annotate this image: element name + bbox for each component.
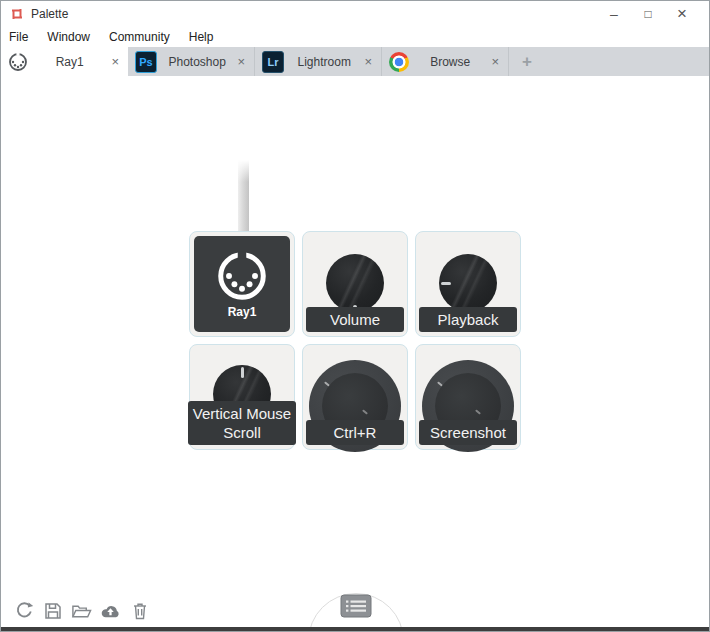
window-title: Palette xyxy=(31,7,68,21)
tab-browse-label: Browse xyxy=(409,55,491,69)
menu-community[interactable]: Community xyxy=(109,30,170,44)
core-module-label: Ray1 xyxy=(228,305,257,319)
module-list-icon[interactable] xyxy=(340,594,372,622)
palette-window: Palette – □ × File Window Community Help xyxy=(0,0,710,632)
module-label: Volume xyxy=(306,307,404,332)
photoshop-icon: Ps xyxy=(135,51,157,73)
module-button-screenshot[interactable]: Screenshot xyxy=(415,344,521,450)
tab-browse-close-icon[interactable]: × xyxy=(491,55,499,68)
menu-help[interactable]: Help xyxy=(189,30,214,44)
tab-ray1-close-icon[interactable]: × xyxy=(111,55,119,68)
module-core-ray1[interactable]: Ray1 xyxy=(189,231,295,337)
tab-lightroom-close-icon[interactable]: × xyxy=(364,55,372,68)
add-tab-icon[interactable]: + xyxy=(509,47,545,76)
maximize-icon[interactable]: □ xyxy=(631,7,665,21)
lightroom-icon: Lr xyxy=(262,51,284,73)
module-cable xyxy=(238,160,249,232)
dial-knob[interactable] xyxy=(326,254,384,312)
module-label: Screenshot xyxy=(419,420,517,445)
bottom-toolbar xyxy=(13,600,150,621)
core-module-face: Ray1 xyxy=(194,236,290,332)
module-grid: Ray1 Volume Playback Vertical Mouse Scro… xyxy=(189,231,521,450)
close-icon[interactable]: × xyxy=(665,4,699,24)
title-bar: Palette – □ × xyxy=(1,1,709,27)
refresh-icon[interactable] xyxy=(13,600,34,621)
open-file-icon[interactable] xyxy=(71,600,92,621)
tab-photoshop-label: Photoshop xyxy=(157,55,237,69)
palette-app-icon xyxy=(10,7,24,21)
menu-file[interactable]: File xyxy=(9,30,28,44)
cloud-upload-icon[interactable] xyxy=(100,600,121,621)
tab-ray1-label: Ray1 xyxy=(28,55,111,69)
tab-lightroom[interactable]: Lr Lightroom × xyxy=(255,47,382,76)
module-dial-volume[interactable]: Volume xyxy=(302,231,408,337)
menu-bar: File Window Community Help xyxy=(1,27,709,47)
save-icon[interactable] xyxy=(42,600,63,621)
bottom-border-bar xyxy=(1,627,709,631)
tab-browse[interactable]: Browse × xyxy=(382,47,509,76)
window-controls: – □ × xyxy=(597,1,709,27)
dial-knob[interactable] xyxy=(439,254,497,312)
module-label: Ctrl+R xyxy=(306,420,404,445)
module-dial-vertical-mouse-scroll[interactable]: Vertical Mouse Scroll xyxy=(189,344,295,450)
module-button-ctrl-r[interactable]: Ctrl+R xyxy=(302,344,408,450)
tab-bar: Ray1 × Ps Photoshop × Lr Lightroom × Bro… xyxy=(1,47,709,76)
tab-lightroom-label: Lightroom xyxy=(284,55,364,69)
trash-icon[interactable] xyxy=(129,600,150,621)
module-label: Vertical Mouse Scroll xyxy=(188,401,296,445)
dial-indicator xyxy=(241,367,244,378)
module-label: Playback xyxy=(419,307,517,332)
chrome-icon xyxy=(389,52,409,72)
midi-connector-icon xyxy=(216,250,268,302)
tab-photoshop[interactable]: Ps Photoshop × xyxy=(128,47,255,76)
tab-photoshop-close-icon[interactable]: × xyxy=(237,55,245,68)
module-dial-playback[interactable]: Playback xyxy=(415,231,521,337)
menu-window[interactable]: Window xyxy=(47,30,90,44)
dial-indicator xyxy=(441,282,451,285)
minimize-icon[interactable]: – xyxy=(597,6,631,22)
midi-connector-icon xyxy=(8,52,28,72)
tab-ray1[interactable]: Ray1 × xyxy=(1,47,128,76)
layout-canvas: Ray1 Volume Playback Vertical Mouse Scro… xyxy=(1,76,709,629)
